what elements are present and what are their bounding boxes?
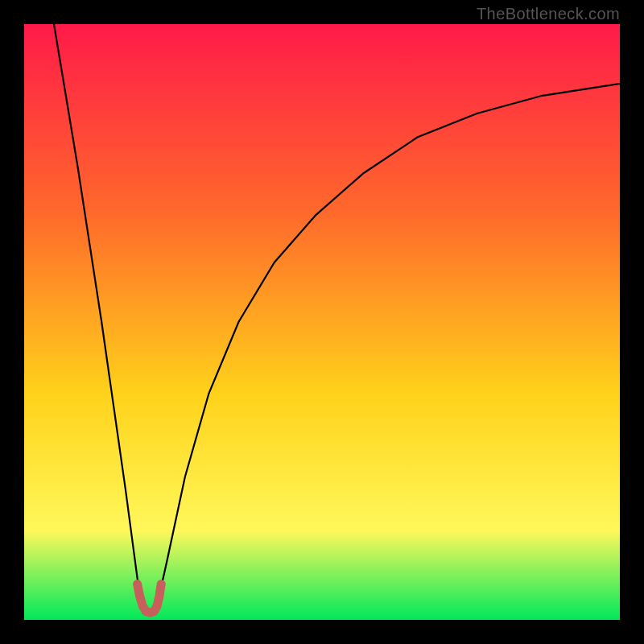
chart-container: { "watermark": "TheBottleneck.com", "col…	[0, 0, 644, 644]
gradient-background	[24, 24, 620, 620]
watermark-text: TheBottleneck.com	[477, 5, 620, 23]
chart-svg	[24, 24, 620, 620]
plot-area	[24, 24, 620, 620]
